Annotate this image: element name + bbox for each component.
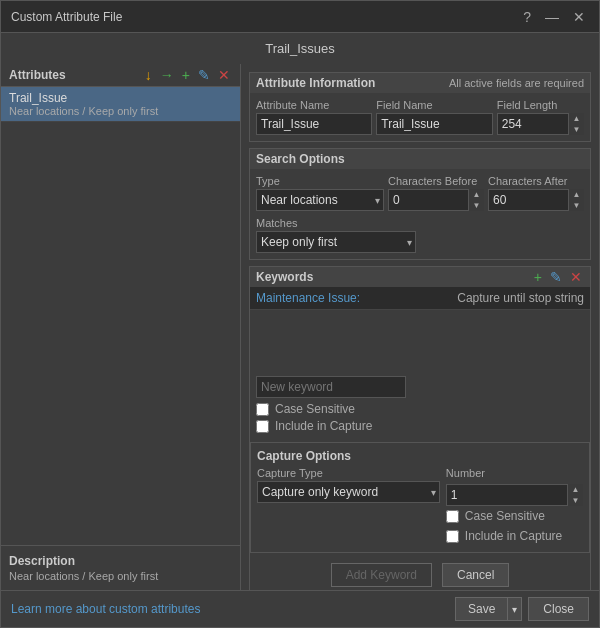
chars-after-down[interactable]: ▼ [569, 200, 584, 211]
capture-include-label: Include in Capture [465, 529, 562, 543]
attr-name-input[interactable] [256, 113, 372, 135]
keywords-header: Keywords + ✎ ✕ [250, 267, 590, 287]
attr-info-grid: Attribute Name Field Name Field Length ▲ [250, 93, 590, 141]
new-keyword-input[interactable] [256, 376, 406, 398]
delete-attribute-icon[interactable]: ✕ [216, 68, 232, 82]
attribute-info-header: Attribute Information All active fields … [250, 73, 590, 93]
move-down-icon[interactable]: ↓ [143, 68, 154, 82]
attributes-panel-title: Attributes [9, 68, 66, 82]
field-name-label: Field Name [376, 99, 492, 111]
chars-after-label: Characters After [488, 175, 584, 187]
keywords-empty-space [250, 310, 590, 370]
attributes-panel-icons: ↓ → + ✎ ✕ [143, 68, 232, 82]
right-panel: Attribute Information All active fields … [241, 64, 599, 590]
attributes-panel-header: Attributes ↓ → + ✎ ✕ [1, 64, 240, 87]
keywords-section: Keywords + ✎ ✕ Maintenance Issue: Captur… [249, 266, 591, 590]
move-right-icon[interactable]: → [158, 68, 176, 82]
capture-number-col: Number ▲ ▼ Case Sensitive [446, 467, 583, 546]
capture-case-checkbox[interactable] [446, 510, 459, 523]
attr-info-note: All active fields are required [449, 77, 584, 89]
dialog-subtitle: Trail_Issues [1, 33, 599, 64]
case-sensitive-checkbox[interactable] [256, 403, 269, 416]
field-length-col: Field Length ▲ ▼ [497, 99, 584, 135]
attr-item-name: Trail_Issue [9, 91, 232, 105]
field-length-label: Field Length [497, 99, 584, 111]
number-input[interactable] [446, 484, 583, 506]
type-select-wrapper: Near locations Before keyword After keyw… [256, 189, 384, 211]
capture-type-select-wrapper: Capture only keyword Capture until stop … [257, 481, 440, 503]
bottom-bar: Learn more about custom attributes Save … [1, 590, 599, 627]
dialog-body: Attributes ↓ → + ✎ ✕ Trail_Issue Near lo… [1, 64, 599, 590]
field-length-spinner: ▲ ▼ [497, 113, 584, 135]
include-capture-row: Include in Capture [256, 419, 584, 433]
left-panel: Attributes ↓ → + ✎ ✕ Trail_Issue Near lo… [1, 64, 241, 590]
number-down[interactable]: ▼ [568, 495, 583, 506]
delete-keyword-icon[interactable]: ✕ [568, 270, 584, 284]
title-bar-controls: ? — ✕ [519, 10, 589, 24]
type-select[interactable]: Near locations Before keyword After keyw… [256, 189, 384, 211]
capture-case-row: Case Sensitive [446, 509, 583, 523]
matches-label: Matches [256, 217, 584, 229]
capture-include-checkbox[interactable] [446, 530, 459, 543]
include-capture-checkbox[interactable] [256, 420, 269, 433]
bottom-right-buttons: Save ▾ Close [455, 597, 589, 621]
attr-info-title: Attribute Information [256, 76, 375, 90]
capture-grid: Capture Type Capture only keyword Captur… [257, 467, 583, 546]
capture-case-label: Case Sensitive [465, 509, 545, 523]
keyword-name: Maintenance Issue: [256, 291, 360, 305]
add-keyword-button[interactable]: Add Keyword [331, 563, 432, 587]
search-options-section: Search Options Type Near locations Befor… [249, 148, 591, 260]
add-attribute-icon[interactable]: + [180, 68, 192, 82]
list-item[interactable]: Trail_Issue Near locations / Keep only f… [1, 87, 240, 122]
number-up[interactable]: ▲ [568, 484, 583, 495]
search-options-header: Search Options [250, 149, 590, 169]
field-name-col: Field Name [376, 99, 492, 135]
field-name-input[interactable] [376, 113, 492, 135]
keywords-title: Keywords [256, 270, 313, 284]
capture-include-row: Include in Capture [446, 529, 583, 543]
capture-type-label: Capture Type [257, 467, 440, 479]
description-label: Description [1, 550, 240, 570]
matches-select[interactable]: Keep only first Keep all Keep last [256, 231, 416, 253]
attr-name-col: Attribute Name [256, 99, 372, 135]
attr-item-desc: Near locations / Keep only first [9, 105, 232, 117]
attributes-list: Trail_Issue Near locations / Keep only f… [1, 87, 240, 541]
help-button[interactable]: ? [519, 10, 535, 24]
chars-after-spinner: ▲ ▼ [488, 189, 584, 211]
cancel-keyword-button[interactable]: Cancel [442, 563, 509, 587]
save-dropdown-button[interactable]: ▾ [507, 597, 522, 621]
search-options-title: Search Options [256, 152, 345, 166]
close-button[interactable]: Close [528, 597, 589, 621]
capture-options-title: Capture Options [257, 449, 583, 463]
include-capture-label: Include in Capture [275, 419, 372, 433]
dialog: Custom Attribute File ? — ✕ Trail_Issues… [0, 0, 600, 628]
title-bar: Custom Attribute File ? — ✕ [1, 1, 599, 33]
chars-after-col: Characters After ▲ ▼ [488, 175, 584, 211]
chars-before-up[interactable]: ▲ [469, 189, 484, 200]
edit-attribute-icon[interactable]: ✎ [196, 68, 212, 82]
field-length-up[interactable]: ▲ [569, 113, 584, 124]
add-keyword-icon[interactable]: + [532, 270, 544, 284]
matches-col: Matches Keep only first Keep all Keep la… [256, 217, 584, 253]
save-button[interactable]: Save [455, 597, 507, 621]
edit-keyword-icon[interactable]: ✎ [548, 270, 564, 284]
capture-type-select[interactable]: Capture only keyword Capture until stop … [257, 481, 440, 503]
capture-type-col: Capture Type Capture only keyword Captur… [257, 467, 440, 503]
attr-name-label: Attribute Name [256, 99, 372, 111]
chars-before-col: Characters Before ▲ ▼ [388, 175, 484, 211]
keyword-row[interactable]: Maintenance Issue: Capture until stop st… [250, 287, 590, 310]
minimize-button[interactable]: — [541, 10, 563, 24]
save-button-group: Save ▾ [455, 597, 522, 621]
attribute-info-section: Attribute Information All active fields … [249, 72, 591, 142]
keyword-capture: Capture until stop string [457, 291, 584, 305]
number-label: Number [446, 467, 583, 479]
chars-before-down[interactable]: ▼ [469, 200, 484, 211]
capture-options-section: Capture Options Capture Type Capture onl… [250, 442, 590, 553]
chars-after-up[interactable]: ▲ [569, 189, 584, 200]
keyword-edit-area: Case Sensitive Include in Capture [250, 370, 590, 442]
learn-more-link[interactable]: Learn more about custom attributes [11, 602, 200, 616]
matches-select-wrapper: Keep only first Keep all Keep last [256, 231, 416, 253]
case-sensitive-row: Case Sensitive [256, 402, 584, 416]
close-button[interactable]: ✕ [569, 10, 589, 24]
field-length-down[interactable]: ▼ [569, 124, 584, 135]
